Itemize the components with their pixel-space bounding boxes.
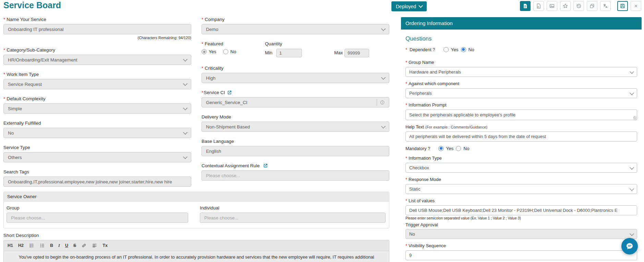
search-tags-label: Search Tags bbox=[3, 169, 29, 174]
top-toolbar: a A × bbox=[520, 1, 641, 11]
information-type-select[interactable]: Checkbox bbox=[405, 163, 637, 173]
chevron-down-icon bbox=[381, 75, 386, 80]
required-marker: * bbox=[405, 243, 407, 248]
service-type-select[interactable]: Others bbox=[3, 152, 191, 162]
group-name-field: *Group Name Hardware and Peripherals bbox=[405, 59, 637, 77]
favorite-button[interactable] bbox=[560, 1, 571, 11]
group-name-select[interactable]: Hardware and Peripherals bbox=[405, 67, 637, 77]
contextual-rule-label: Contextual Assignment Rule bbox=[202, 163, 260, 168]
criticality-select[interactable]: High bbox=[202, 73, 389, 83]
work-item-type-field: *Work Item Type Service Request bbox=[3, 71, 191, 89]
delivery-mode-select[interactable]: Non-Shipment Based bbox=[202, 122, 389, 132]
service-ci-external-link-icon[interactable] bbox=[227, 90, 232, 95]
preview-document-button[interactable]: a bbox=[533, 1, 544, 11]
information-prompt-field: *Information Prompt Select the periphera… bbox=[405, 102, 637, 120]
externally-fulfilled-select[interactable]: No bbox=[3, 128, 191, 138]
align-icon bbox=[92, 243, 97, 248]
translate-button[interactable]: A bbox=[600, 1, 611, 11]
clear-format-button[interactable]: Tx bbox=[102, 243, 108, 248]
name-service-input[interactable]: Onboarding IT professional bbox=[3, 24, 191, 34]
status-dropdown-button[interactable]: Deployed bbox=[391, 1, 427, 11]
list-of-values-input[interactable]: Dell USB Mouse;Dell USB Keyboard;Dell 23… bbox=[405, 205, 637, 215]
owner-individual-input[interactable]: Please choose... bbox=[200, 213, 386, 223]
italic-button[interactable]: I bbox=[58, 243, 60, 248]
service-ci-field: *Service CI Generic_Service_CI bbox=[202, 90, 389, 107]
quantity-min-input[interactable]: 1 bbox=[276, 49, 302, 57]
response-mode-select[interactable]: Static bbox=[405, 184, 637, 194]
help-text-input[interactable]: All peripherals will be delivered within… bbox=[405, 132, 637, 141]
owner-group-input[interactable]: Please choose... bbox=[7, 213, 188, 223]
save-button[interactable] bbox=[617, 1, 628, 11]
information-prompt-textarea[interactable]: Select the peripherals applicable to emp… bbox=[405, 110, 637, 120]
search-tags-input[interactable]: Onboarding,IT,professional,employee,new … bbox=[3, 176, 191, 187]
dependent-yes-label: Yes bbox=[451, 47, 459, 52]
dependent-yes-radio[interactable] bbox=[443, 47, 449, 52]
base-language-input[interactable]: English bbox=[202, 146, 389, 156]
bold-button[interactable]: B bbox=[50, 243, 53, 248]
featured-label: Featured bbox=[205, 41, 223, 46]
document-details-button[interactable] bbox=[520, 1, 531, 11]
close-button[interactable]: × bbox=[631, 1, 641, 11]
bullet-list-button[interactable] bbox=[39, 243, 45, 248]
work-item-type-label: Work Item Type bbox=[7, 72, 39, 77]
category-select[interactable]: HR/Onboarding/Exit Management bbox=[3, 55, 191, 65]
service-ci-input[interactable]: Generic_Service_CI bbox=[202, 97, 389, 107]
panel-title: Ordering Information bbox=[401, 17, 642, 30]
star-icon bbox=[562, 3, 568, 9]
quantity-max-label: Max bbox=[334, 50, 343, 55]
chevron-down-icon bbox=[183, 81, 187, 86]
link-button[interactable] bbox=[81, 243, 87, 248]
trigger-approval-field: Trigger Approval No bbox=[405, 222, 637, 239]
visibility-sequence-field: *Visibility Sequence 9 bbox=[405, 243, 637, 260]
owner-group-label: Group bbox=[7, 205, 20, 210]
chat-launcher-button[interactable] bbox=[621, 238, 638, 254]
trigger-approval-label: Trigger Approval bbox=[405, 222, 438, 227]
ordered-list-button[interactable]: 123 bbox=[29, 243, 34, 248]
short-description-text[interactable]: You've opted to begin the on-boarding pr… bbox=[4, 251, 389, 262]
quantity-max-input[interactable]: 99999 bbox=[344, 49, 369, 57]
align-button[interactable] bbox=[92, 243, 97, 248]
service-ci-label: Service CI bbox=[204, 90, 225, 95]
chevron-down-icon bbox=[183, 57, 187, 61]
history-button[interactable] bbox=[573, 1, 584, 11]
dependent-no-radio[interactable] bbox=[461, 47, 466, 52]
featured-yes-radio[interactable] bbox=[202, 49, 207, 54]
owner-group-field: Group Please choose... bbox=[7, 205, 188, 223]
status-label: Deployed bbox=[396, 4, 416, 9]
contextual-rule-external-link-icon[interactable] bbox=[263, 163, 268, 168]
criticality-field: *Criticality High bbox=[202, 65, 389, 83]
company-select[interactable]: Demo bbox=[202, 24, 389, 34]
component-select[interactable]: Peripherals bbox=[405, 88, 637, 98]
category-label: Category/Sub-Category bbox=[7, 47, 55, 53]
required-marker: * bbox=[3, 17, 5, 22]
heading2-button[interactable]: H2 bbox=[18, 243, 24, 248]
work-item-type-select[interactable]: Service Request bbox=[3, 79, 191, 89]
contextual-rule-input[interactable]: Please choose... bbox=[202, 170, 389, 181]
trigger-approval-select[interactable]: No bbox=[405, 229, 637, 239]
quantity-label: Quantity bbox=[265, 41, 282, 46]
underline-button[interactable]: U bbox=[65, 243, 68, 248]
ordered-list-icon: 123 bbox=[29, 243, 34, 248]
info-icon[interactable] bbox=[380, 100, 385, 105]
image-gallery-button[interactable] bbox=[547, 1, 557, 11]
mandatory-yes-radio[interactable] bbox=[438, 146, 443, 151]
service-type-field: Service Type Others bbox=[3, 145, 191, 162]
chat-bubble-icon bbox=[625, 242, 634, 250]
copy-button[interactable] bbox=[587, 1, 597, 11]
mandatory-no-radio[interactable] bbox=[456, 146, 461, 151]
featured-no-radio[interactable] bbox=[223, 49, 228, 54]
svg-text:a: a bbox=[537, 5, 539, 8]
default-complexity-select[interactable]: Simple bbox=[3, 103, 191, 114]
criticality-label: Criticality bbox=[205, 66, 223, 71]
left-column: *Name Your Service Onboarding IT profess… bbox=[3, 0, 191, 262]
visibility-sequence-input[interactable]: 9 bbox=[405, 250, 637, 260]
resize-handle[interactable] bbox=[633, 116, 636, 119]
strikethrough-button[interactable]: S bbox=[73, 243, 76, 248]
translate-icon: A bbox=[603, 3, 608, 9]
delivery-mode-field: Delivery Mode Non-Shipment Based bbox=[202, 114, 389, 132]
document-icon bbox=[522, 3, 528, 9]
required-marker: * bbox=[3, 96, 5, 101]
heading1-button[interactable]: H1 bbox=[8, 243, 13, 248]
response-mode-field: *Response Mode Static bbox=[405, 176, 637, 194]
required-marker: * bbox=[202, 90, 203, 95]
